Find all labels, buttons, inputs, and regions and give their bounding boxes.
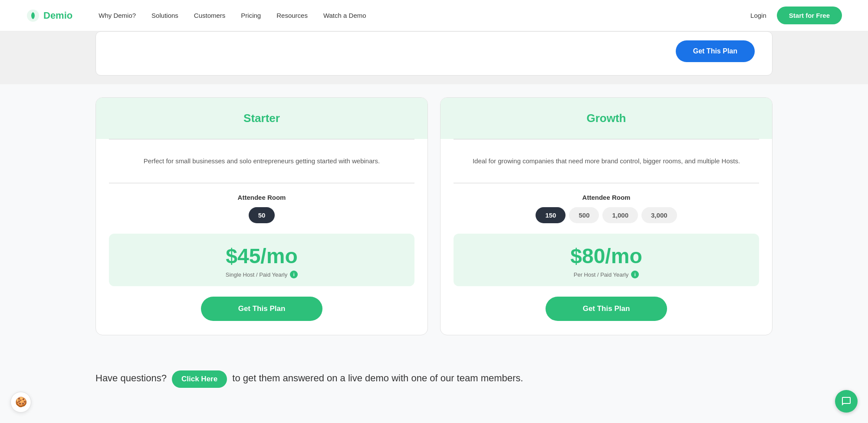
navbar-right: Login Start for Free bbox=[750, 7, 842, 24]
nav-customers[interactable]: Customers bbox=[194, 12, 226, 19]
growth-price-billing: Per Host / Paid Yearly i bbox=[462, 271, 750, 278]
growth-attendee-3000-button[interactable]: 3,000 bbox=[641, 207, 677, 223]
nav-pricing[interactable]: Pricing bbox=[241, 12, 261, 19]
starter-info-icon[interactable]: i bbox=[290, 271, 298, 278]
nav-resources[interactable]: Resources bbox=[276, 12, 308, 19]
nav-why-demio[interactable]: Why Demio? bbox=[99, 12, 136, 19]
logo-text: Demio bbox=[43, 10, 72, 21]
pricing-grid: Starter Perfect for small businesses and… bbox=[95, 97, 773, 335]
starter-get-plan-button[interactable]: Get This Plan bbox=[201, 297, 322, 321]
nav-watch-demo[interactable]: Watch a Demo bbox=[323, 12, 366, 19]
growth-plan-description: Ideal for growing companies that need mo… bbox=[441, 139, 772, 183]
click-here-button[interactable]: Click Here bbox=[172, 370, 227, 388]
start-for-free-button[interactable]: Start for Free bbox=[777, 7, 842, 24]
navbar: Demio Why Demio? Solutions Customers Pri… bbox=[0, 0, 868, 31]
logo-icon bbox=[26, 9, 40, 23]
navbar-links: Why Demio? Solutions Customers Pricing R… bbox=[99, 12, 750, 19]
starter-cta-section: Get This Plan bbox=[96, 297, 427, 335]
faq-text-after: to get them answered on a live demo with… bbox=[232, 373, 523, 383]
growth-attendee-options: 150 500 1,000 3,000 bbox=[458, 207, 755, 223]
starter-price-billing: Single Host / Paid Yearly i bbox=[118, 271, 406, 278]
starter-price-amount: $45/mo bbox=[118, 244, 406, 268]
starter-plan-card: Starter Perfect for small businesses and… bbox=[95, 97, 428, 335]
growth-plan-card: Growth Ideal for growing companies that … bbox=[440, 97, 773, 335]
growth-plan-header: Growth bbox=[441, 98, 772, 139]
growth-info-icon[interactable]: i bbox=[631, 271, 639, 278]
growth-attendee-150-button[interactable]: 150 bbox=[536, 207, 566, 223]
logo[interactable]: Demio bbox=[26, 9, 72, 23]
starter-plan-name: Starter bbox=[113, 112, 410, 125]
cookie-icon: 🍪 bbox=[15, 397, 27, 405]
growth-price-box: $80/mo Per Host / Paid Yearly i bbox=[454, 234, 759, 286]
growth-attendee-500-button[interactable]: 500 bbox=[569, 207, 599, 223]
svg-point-1 bbox=[32, 13, 34, 15]
starter-attendee-label: Attendee Room bbox=[113, 194, 410, 201]
starter-attendee-options: 50 bbox=[113, 207, 410, 223]
login-link[interactable]: Login bbox=[750, 12, 766, 19]
chat-icon bbox=[841, 396, 852, 405]
growth-plan-name: Growth bbox=[458, 112, 755, 125]
top-partial-section: Get This Plan bbox=[0, 31, 868, 84]
top-get-this-plan-button[interactable]: Get This Plan bbox=[676, 40, 755, 62]
top-partial-card: Get This Plan bbox=[95, 31, 773, 76]
faq-text-before: Have questions? bbox=[95, 373, 167, 383]
growth-attendee-section: Attendee Room 150 500 1,000 3,000 bbox=[441, 183, 772, 234]
growth-price-amount: $80/mo bbox=[462, 244, 750, 268]
growth-get-plan-button[interactable]: Get This Plan bbox=[546, 297, 667, 321]
starter-price-box: $45/mo Single Host / Paid Yearly i bbox=[109, 234, 414, 286]
starter-plan-header: Starter bbox=[96, 98, 427, 139]
growth-attendee-label: Attendee Room bbox=[458, 194, 755, 201]
growth-cta-section: Get This Plan bbox=[441, 297, 772, 335]
nav-solutions[interactable]: Solutions bbox=[151, 12, 178, 19]
starter-attendee-section: Attendee Room 50 bbox=[96, 183, 427, 234]
faq-text: Have questions? Click Here to get them a… bbox=[95, 370, 773, 388]
pricing-section: Starter Perfect for small businesses and… bbox=[0, 84, 868, 361]
starter-plan-description: Perfect for small businesses and solo en… bbox=[96, 139, 427, 183]
faq-section: Have questions? Click Here to get them a… bbox=[0, 361, 868, 405]
starter-attendee-50-button[interactable]: 50 bbox=[249, 207, 275, 223]
growth-attendee-1000-button[interactable]: 1,000 bbox=[602, 207, 638, 223]
